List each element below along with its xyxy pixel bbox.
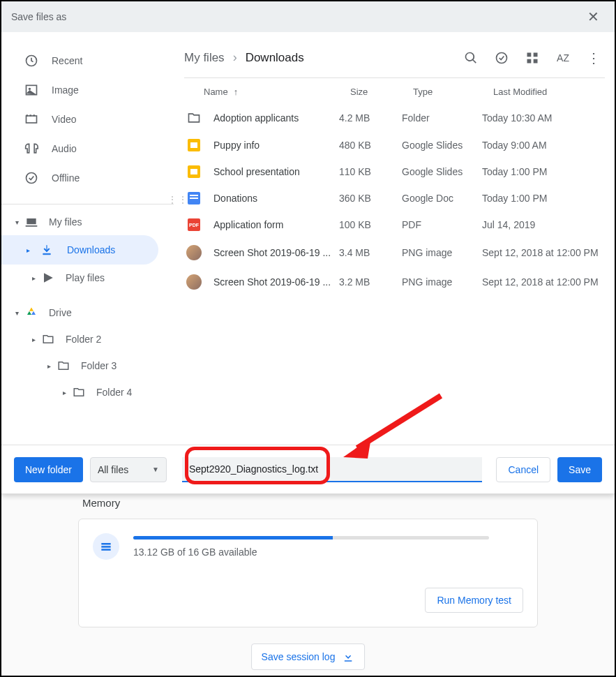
file-type-icon: PDF (184, 218, 204, 231)
sidebar-item-image[interactable]: Image (1, 75, 163, 105)
file-row[interactable]: Donations360 KBGoogle DocToday 1:00 PM (174, 185, 615, 211)
sidebar-folder[interactable]: ▸Folder 3 (1, 352, 174, 379)
file-type-icon (184, 245, 204, 260)
sidebar-drive[interactable]: ▾ Drive (1, 299, 174, 326)
run-memory-test-button[interactable]: Run Memory test (425, 588, 523, 613)
more-icon[interactable]: ⋮ (587, 51, 601, 65)
file-name: Application form (213, 219, 339, 230)
chevron-right-icon: ▸ (42, 362, 56, 370)
filename-input[interactable] (182, 457, 482, 482)
file-browser-main: My files › Downloads AZ ⋮ Name ↑ Size Ty… (174, 32, 615, 445)
file-row[interactable]: Puppy info480 KBGoogle SlidesToday 9:00 … (174, 132, 615, 158)
folder-icon (71, 385, 87, 400)
file-type: Google Doc (402, 193, 482, 204)
file-type: Folder (402, 112, 482, 124)
sidebar-folder[interactable]: ▸Folder 2 (1, 326, 174, 352)
file-modified: Sept 12, 2018 at 12:00 PM (482, 247, 601, 258)
col-modified[interactable]: Last Modified (493, 87, 601, 97)
sidebar-item-label: Recent (52, 55, 82, 66)
svg-rect-8 (30, 114, 32, 117)
svg-rect-14 (527, 59, 532, 63)
cancel-button[interactable]: Cancel (496, 457, 550, 482)
sidebar-folder[interactable]: ▸Folder 4 (1, 379, 174, 406)
svg-rect-9 (33, 114, 36, 117)
breadcrumb-current: Downloads (246, 51, 304, 65)
sort-az-icon[interactable]: AZ (556, 51, 570, 65)
folder-label: Folder 3 (81, 360, 117, 371)
new-folder-button[interactable]: New folder (14, 457, 83, 482)
dropdown-icon: ▼ (152, 466, 159, 473)
svg-rect-15 (534, 59, 538, 63)
svg-rect-1 (101, 546, 110, 548)
svg-rect-13 (534, 52, 538, 57)
file-type: PDF (402, 219, 482, 230)
sidebar-item-downloads[interactable]: ▸ Downloads (1, 235, 158, 265)
file-size: 3.4 MB (339, 247, 402, 258)
my-files-label: My files (49, 216, 82, 228)
file-name: Screen Shot 2019-06-19 ... (213, 276, 339, 288)
file-row[interactable]: Screen Shot 2019-06-19 ...3.2 MBPNG imag… (174, 267, 615, 297)
dialog-footer: New folder All files ▼ Cancel Save (1, 445, 615, 493)
file-modified: Sept 12, 2018 at 12:00 PM (482, 276, 601, 288)
chevron-right-icon: ▸ (27, 246, 39, 254)
file-row[interactable]: Screen Shot 2019-06-19 ...3.4 MBPNG imag… (174, 238, 615, 267)
file-size: 100 KB (339, 219, 402, 230)
memory-card: 13.12 GB of 16 GB available Run Memory t… (78, 519, 538, 627)
file-row[interactable]: PDFApplication form100 KBPDFJul 14, 2019 (174, 211, 615, 238)
save-session-log-button[interactable]: Save session log (251, 643, 366, 670)
grid-view-icon[interactable] (525, 51, 539, 65)
svg-rect-6 (27, 116, 37, 123)
save-button[interactable]: Save (557, 457, 602, 482)
chevron-right-icon: ▸ (57, 389, 71, 396)
sidebar-item-label: Video (52, 114, 77, 125)
col-type[interactable]: Type (413, 87, 493, 97)
file-name: Adoption applicants (213, 112, 339, 124)
folder-label: Folder 2 (66, 334, 101, 345)
file-modified: Today 10:30 AM (482, 112, 601, 124)
sidebar-item-video[interactable]: Video (1, 105, 163, 134)
file-type-icon (184, 165, 204, 178)
sidebar-my-files[interactable]: ▾ My files (1, 209, 174, 235)
col-size[interactable]: Size (350, 87, 413, 97)
file-size: 3.2 MB (339, 276, 402, 288)
sidebar-item-playfiles[interactable]: ▸ Play files (1, 265, 174, 291)
save-file-dialog: Save files as ✕ RecentImageVideoAudioOff… (1, 1, 615, 494)
breadcrumb-root[interactable]: My files (184, 51, 225, 65)
sidebar-item-audio[interactable]: Audio (1, 134, 163, 163)
file-name: Puppy info (213, 140, 339, 151)
file-name: Donations (213, 193, 339, 204)
laptop-icon (24, 214, 39, 230)
offline-icon (24, 170, 39, 186)
memory-heading: Memory (78, 497, 538, 509)
column-headers[interactable]: Name ↑ Size Type Last Modified (174, 78, 615, 104)
svg-rect-12 (527, 52, 532, 57)
download-icon (39, 242, 54, 258)
svg-rect-2 (101, 549, 110, 551)
chevron-down-icon: ▾ (10, 218, 24, 226)
file-type: PNG image (402, 276, 482, 288)
file-type-filter[interactable]: All files ▼ (90, 457, 167, 482)
memory-text: 13.12 GB of 16 GB available (133, 546, 523, 558)
sidebar-item-label: Audio (52, 143, 77, 154)
memory-bar (133, 536, 489, 540)
file-modified: Today 9:00 AM (482, 140, 601, 151)
sidebar-item-recent[interactable]: Recent (1, 46, 163, 75)
titlebar: Save files as ✕ (1, 1, 615, 32)
search-icon[interactable] (464, 51, 478, 65)
col-name[interactable]: Name (204, 87, 228, 97)
close-icon[interactable]: ✕ (582, 6, 605, 28)
drag-handle[interactable]: ⋮⋮ (167, 194, 188, 205)
file-size: 110 KB (339, 166, 402, 177)
sidebar-item-offline[interactable]: Offline (1, 163, 163, 193)
svg-point-5 (29, 88, 31, 90)
check-circle-icon[interactable] (495, 51, 509, 65)
chevron-right-icon: › (233, 50, 237, 65)
svg-rect-0 (101, 543, 110, 545)
recent-icon (24, 53, 39, 68)
file-name: Screen Shot 2019-06-19 ... (213, 247, 339, 258)
sidebar-item-label: Image (52, 84, 79, 96)
file-type: PNG image (402, 247, 482, 258)
audio-icon (24, 141, 39, 156)
file-row[interactable]: Adoption applicants4.2 MBFolderToday 10:… (174, 104, 615, 132)
file-row[interactable]: School presentation110 KBGoogle SlidesTo… (174, 158, 615, 185)
